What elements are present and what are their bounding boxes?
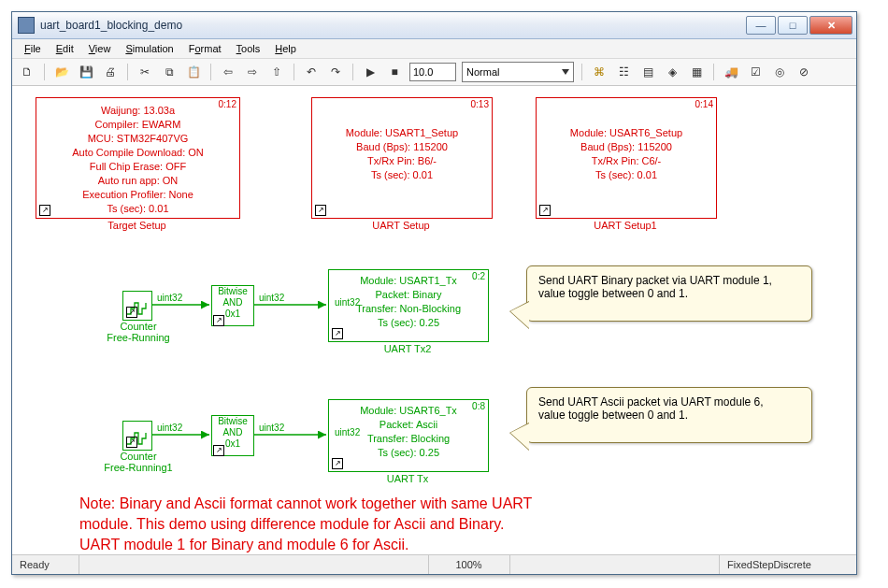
simulation-mode-select[interactable]: Normal bbox=[462, 62, 574, 82]
menu-help[interactable]: Help bbox=[268, 41, 303, 56]
back-icon[interactable]: ⇦ bbox=[219, 63, 237, 81]
annotation-callout-1: Send UART Binary packet via UART module … bbox=[526, 265, 812, 322]
application-window: uart_board1_blocking_demo — □ ✕ File Edi… bbox=[11, 11, 857, 575]
window-title: uart_board1_blocking_demo bbox=[40, 19, 746, 32]
toolbar: 🗋 📂 💾 🖨 ✂ ⧉ 📋 ⇦ ⇨ ⇧ ↶ ↷ ▶ ■ 10.0 Normal … bbox=[12, 59, 856, 86]
close-button[interactable]: ✕ bbox=[809, 16, 852, 35]
tool-icon-4[interactable]: ◈ bbox=[663, 63, 681, 81]
menu-view[interactable]: View bbox=[82, 41, 118, 56]
open-icon[interactable]: 📂 bbox=[52, 63, 71, 81]
annotation-callout-2: Send UART Ascii packet via UART module 6… bbox=[526, 387, 812, 443]
redo-icon[interactable]: ↷ bbox=[326, 63, 345, 81]
annotation-note: Note: Binary and Ascii format cannot wor… bbox=[79, 494, 790, 555]
menubar: File Edit View Simulation Format Tools H… bbox=[12, 39, 856, 59]
menu-file[interactable]: File bbox=[18, 41, 48, 56]
paste-icon[interactable]: 📋 bbox=[184, 63, 203, 81]
minimize-button[interactable]: — bbox=[746, 16, 776, 35]
maximize-button[interactable]: □ bbox=[778, 16, 808, 35]
status-ready: Ready bbox=[12, 555, 79, 574]
copy-icon[interactable]: ⧉ bbox=[160, 63, 179, 81]
titlebar[interactable]: uart_board1_blocking_demo — □ ✕ bbox=[12, 12, 856, 39]
print-icon[interactable]: 🖨 bbox=[101, 63, 120, 81]
cut-icon[interactable]: ✂ bbox=[136, 63, 154, 81]
tool-icon-3[interactable]: ▤ bbox=[638, 63, 657, 81]
new-icon[interactable]: 🗋 bbox=[18, 63, 36, 81]
tool-icon-6[interactable]: 🚚 bbox=[722, 63, 740, 81]
model-canvas[interactable]: 0:12 Waijung: 13.03a Compiler: EWARM MCU… bbox=[12, 86, 856, 556]
simulation-time-input[interactable]: 10.0 bbox=[409, 63, 456, 81]
menu-edit[interactable]: Edit bbox=[50, 41, 80, 56]
app-icon bbox=[18, 17, 35, 34]
menu-tools[interactable]: Tools bbox=[230, 41, 267, 56]
menu-simulation[interactable]: Simulation bbox=[119, 41, 179, 56]
status-solver: FixedStepDiscrete bbox=[720, 555, 856, 574]
status-zoom: 100% bbox=[429, 555, 510, 574]
simulation-mode-label: Normal bbox=[466, 66, 499, 78]
forward-icon[interactable]: ⇨ bbox=[243, 63, 262, 81]
tool-icon-8[interactable]: ◎ bbox=[770, 63, 789, 81]
undo-icon[interactable]: ↶ bbox=[302, 63, 321, 81]
menu-format[interactable]: Format bbox=[182, 41, 228, 56]
statusbar: Ready 100% FixedStepDiscrete bbox=[12, 554, 856, 574]
tool-icon-5[interactable]: ▦ bbox=[687, 63, 706, 81]
save-icon[interactable]: 💾 bbox=[77, 63, 95, 81]
tool-icon-7[interactable]: ☑ bbox=[746, 63, 765, 81]
play-icon[interactable]: ▶ bbox=[361, 63, 380, 81]
tool-icon-1[interactable]: ⌘ bbox=[590, 63, 609, 81]
up-icon[interactable]: ⇧ bbox=[267, 63, 286, 81]
tool-icon-2[interactable]: ☷ bbox=[614, 63, 633, 81]
tool-icon-9[interactable]: ⊘ bbox=[795, 63, 813, 81]
stop-icon[interactable]: ■ bbox=[385, 63, 404, 81]
